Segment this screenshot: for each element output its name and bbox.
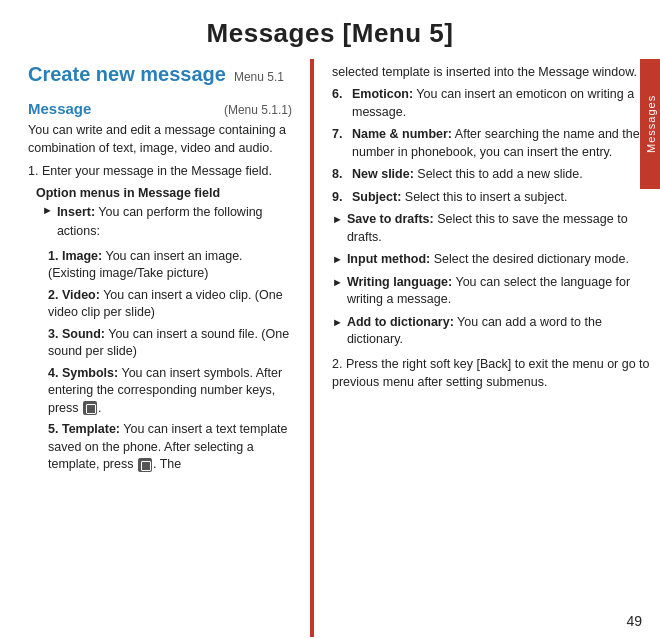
right-option: ► Writing language: You can select the l… <box>332 274 650 309</box>
list-item: 2. Video: You can insert a video clip. (… <box>48 287 292 322</box>
insert-text: Insert: You can perform the following ac… <box>57 203 292 239</box>
list-item: 1. Image: You can insert an image. (Exis… <box>48 248 292 283</box>
arrow-icon: ► <box>332 275 343 290</box>
list-item: 4. Symbols: You can insert symbols. Afte… <box>48 365 292 418</box>
sidebar-label: Messages <box>640 59 660 189</box>
right-option: ► Add to dictionary: You can add a word … <box>332 314 650 349</box>
subsection-title: Message <box>28 100 91 117</box>
subsection-menu-label: (Menu 5.1.1) <box>224 103 292 117</box>
left-column: Create new message Menu 5.1 Message (Men… <box>0 59 310 637</box>
list-item: 3. Sound: You can insert a sound file. (… <box>48 326 292 361</box>
right-column: selected template is inserted into the M… <box>310 59 660 637</box>
arrow-icon: ► <box>332 212 343 227</box>
right-option: ► Input method: Select the desired dicti… <box>332 251 650 269</box>
section-title: Create new message <box>28 63 226 86</box>
list-item: 7. Name & number: After searching the na… <box>332 126 650 161</box>
step1-text: 1. Enter your message in the Message fie… <box>28 162 292 180</box>
right-numbered-list: 6. Emoticon: You can insert an emoticon … <box>332 86 650 206</box>
continued-text: selected template is inserted into the M… <box>332 63 650 81</box>
list-item: 6. Emoticon: You can insert an emoticon … <box>332 86 650 121</box>
arrow-icon: ► <box>332 315 343 330</box>
arrow-options-list: ► Save to drafts: Select this to save th… <box>332 211 650 349</box>
arrow-icon: ► <box>332 252 343 267</box>
step2-text: 2. Press the right soft key [Back] to ex… <box>332 355 650 391</box>
inline-icon-template <box>138 458 152 472</box>
page-number: 49 <box>626 613 642 629</box>
insert-arrow-icon: ► <box>42 204 53 216</box>
list-item: 5. Template: You can insert a text templ… <box>48 421 292 474</box>
page-title: Messages [Menu 5] <box>0 0 660 59</box>
insert-option: ► Insert: You can perform the following … <box>42 203 292 244</box>
intro-text: You can write and edit a message contain… <box>28 121 292 157</box>
right-option: ► Save to drafts: Select this to save th… <box>332 211 650 246</box>
list-item: 8. New slide: Select this to add a new s… <box>332 166 650 184</box>
inline-icon-symbols <box>83 401 97 415</box>
numbered-list: 1. Image: You can insert an image. (Exis… <box>48 248 292 474</box>
list-item: 9. Subject: Select this to insert a subj… <box>332 189 650 207</box>
section-menu-label: Menu 5.1 <box>234 70 284 84</box>
option-heading: Option menus in Message field <box>36 186 292 200</box>
